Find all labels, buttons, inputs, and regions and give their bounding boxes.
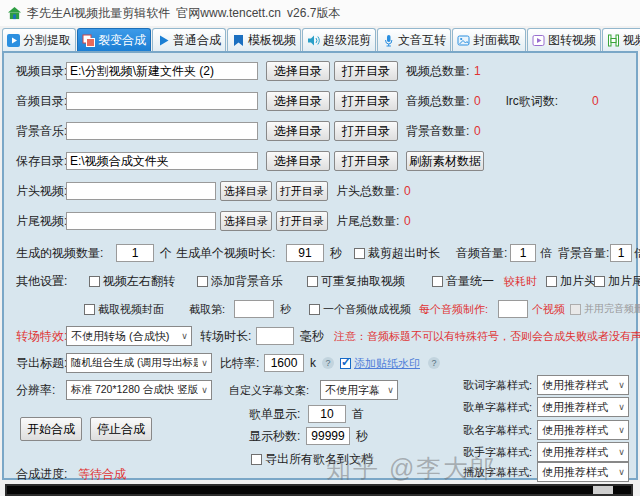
tab-cover-capture[interactable]: 封面截取 <box>452 28 526 51</box>
audio-volume-input[interactable] <box>510 244 536 262</box>
capture-cover-checkbox[interactable]: 截取视频封面 <box>84 299 164 319</box>
video-dir-select-button[interactable]: 选择目录 <box>266 61 330 81</box>
app-title: 李先生AI视频批量剪辑软件 <box>27 5 170 22</box>
tail-video-open-button[interactable]: 打开目录 <box>276 211 328 231</box>
lyric-style-row: 歌词字幕样式: 使用推荐样式 ∨ <box>4 375 636 395</box>
bgm-dir-select-button[interactable]: 选择目录 <box>266 121 330 141</box>
bgm-total-value: 0 <box>474 121 481 141</box>
gen-duration-unit: 秒 <box>330 243 342 263</box>
repeat-extract-checkbox[interactable]: 可重复抽取视频 <box>307 271 405 291</box>
website-text: 官网www.tencett.cn <box>176 5 281 22</box>
tail-video-select-button[interactable]: 选择目录 <box>220 211 272 231</box>
audio-dir-input[interactable] <box>66 92 258 110</box>
refresh-material-button[interactable]: 刷新素材数据 <box>406 151 484 171</box>
sticker-watermark-checkbox-box[interactable] <box>340 358 351 369</box>
capture-cover-checkbox-box[interactable] <box>84 304 95 315</box>
bitrate-input[interactable] <box>264 354 304 372</box>
video-process-icon <box>607 34 620 47</box>
sticker-info-icon[interactable]: ? <box>428 357 440 369</box>
split-extract-icon <box>7 34 20 47</box>
save-dir-open-button[interactable]: 打开目录 <box>334 151 398 171</box>
add-head-checkbox[interactable]: 加片头 <box>546 271 596 291</box>
lyric-style-dropdown[interactable]: 使用推荐样式 ∨ <box>537 375 629 395</box>
head-video-input[interactable] <box>66 182 216 200</box>
audio-dir-label: 音频目录: <box>16 91 67 111</box>
video-total-value: 1 <box>474 61 481 81</box>
video-dir-row: 视频目录: 选择目录 打开目录 视频总数量: 1 <box>4 61 636 81</box>
tab-fission-compose[interactable]: 裂变合成 <box>77 28 151 51</box>
chevron-down-icon: ∨ <box>615 447 628 457</box>
bgm-dir-input[interactable] <box>66 122 258 140</box>
tail-video-label: 片尾视频: <box>16 211 67 231</box>
progress-row: 合成进度: 等待合成 <box>4 464 636 484</box>
flip-checkbox[interactable]: 视频左右翻转 <box>89 271 175 291</box>
tab-image-to-video[interactable]: 图转视频 <box>527 28 601 51</box>
head-video-open-button[interactable]: 打开目录 <box>276 181 328 201</box>
gen-count-input[interactable] <box>116 244 154 262</box>
bgm-total-label: 背景音数量: <box>406 121 469 141</box>
head-video-select-button[interactable]: 选择目录 <box>220 181 272 201</box>
lyric-style-label: 歌词字幕样式: <box>450 375 532 395</box>
lrc-count-label: lrc歌词数: <box>506 91 558 111</box>
volume-unify-checkbox-box[interactable] <box>432 276 443 287</box>
transition-dropdown[interactable]: 不使用转场 (合成快) ∨ <box>66 326 192 346</box>
gen-duration-input[interactable] <box>286 244 324 262</box>
flip-checkbox-box[interactable] <box>89 276 100 287</box>
sticker-watermark-link[interactable]: 添加贴纸水印 <box>354 356 420 371</box>
capture-second-input[interactable] <box>234 300 274 318</box>
tab-text-audio-convert[interactable]: 文音互转 <box>377 28 451 51</box>
head-total-label: 片头总数量: <box>336 181 399 201</box>
repeat-extract-checkbox-box[interactable] <box>307 276 318 287</box>
per-audio-input[interactable] <box>498 300 528 318</box>
chevron-down-icon: ∨ <box>615 402 628 412</box>
bgm-volume-unit: 倍 <box>634 243 640 263</box>
audio-total-value: 0 <box>474 91 481 111</box>
transition-duration-input[interactable] <box>256 327 294 345</box>
progress-label: 合成进度: <box>16 464 67 484</box>
tab-video-process[interactable]: 视频处理 <box>602 28 640 51</box>
video-dir-open-button[interactable]: 打开目录 <box>334 61 398 81</box>
audio-dir-open-button[interactable]: 打开目录 <box>334 91 398 111</box>
gen-count-unit: 个 <box>160 243 172 263</box>
bitrate-info-icon[interactable]: ? <box>322 357 334 369</box>
crop-overtime-checkbox[interactable]: 裁剪超出时长 <box>354 243 440 263</box>
save-dir-select-button[interactable]: 选择目录 <box>266 151 330 171</box>
audio-to-video-checkbox-box[interactable] <box>309 304 320 315</box>
singer-style-dropdown[interactable]: 使用推荐样式 ∨ <box>537 442 629 462</box>
add-tail-checkbox-box[interactable] <box>594 276 605 287</box>
list-style-dropdown[interactable]: 使用推荐样式 ∨ <box>537 397 629 417</box>
name-style-dropdown[interactable]: 使用推荐样式 ∨ <box>537 420 629 440</box>
per-audio-label: 每个音频制作: <box>419 299 488 319</box>
tab-normal-compose[interactable]: 普通合成 <box>152 28 226 51</box>
generate-row: 生成的视频数量: 个 生成单个视频时长: 秒 裁剪超出时长 音频音量: 倍 背景… <box>4 243 636 263</box>
add-tail-checkbox[interactable]: 加片尾 <box>594 271 640 291</box>
export-title-dropdown[interactable]: 随机组合生成 (调用导出标题) ∨ <box>66 353 212 373</box>
bgm-volume-input[interactable] <box>610 244 632 262</box>
audio-to-video-checkbox[interactable]: 一个音频做成视频 <box>309 299 411 319</box>
add-bgm-checkbox-box[interactable] <box>197 276 208 287</box>
video-dir-input[interactable] <box>66 62 258 80</box>
save-dir-input[interactable] <box>66 152 258 170</box>
bottom-progress-bar <box>5 484 633 496</box>
add-bgm-checkbox[interactable]: 添加背景音乐 <box>197 271 283 291</box>
audio-dir-select-button[interactable]: 选择目录 <box>266 91 330 111</box>
list-style-row: 歌单字幕样式: 使用推荐样式 ∨ <box>4 397 636 417</box>
tab-super-mix[interactable]: 超级混剪 <box>302 28 376 51</box>
version-text: v26.7版本 <box>287 5 340 22</box>
time-consuming-note: 较耗时 <box>504 271 537 291</box>
gen-count-label: 生成的视频数量: <box>16 243 103 263</box>
tab-split-extract[interactable]: 分割提取 <box>2 28 76 51</box>
head-total-value: 0 <box>404 181 411 201</box>
crop-overtime-checkbox-box[interactable] <box>354 248 365 259</box>
transition-warning-note: 注意：音频标题不可以有特殊符号，否则会合成失败或者没有声音 <box>334 326 640 346</box>
sticker-watermark-checkbox[interactable]: 添加贴纸水印 <box>340 353 420 373</box>
delete-used-audio-checkbox[interactable]: 并用完音频删除 <box>570 299 640 319</box>
tail-video-input[interactable] <box>66 212 216 230</box>
add-head-checkbox-box[interactable] <box>546 276 557 287</box>
bgm-volume-label: 背景音量: <box>558 243 609 263</box>
bgm-dir-open-button[interactable]: 打开目录 <box>334 121 398 141</box>
volume-unify-checkbox[interactable]: 音量统一 <box>432 271 494 291</box>
delete-used-audio-checkbox-box[interactable] <box>570 304 581 315</box>
progress-status: 等待合成 <box>78 464 126 484</box>
tab-template-video[interactable]: 模板视频 <box>227 28 301 51</box>
